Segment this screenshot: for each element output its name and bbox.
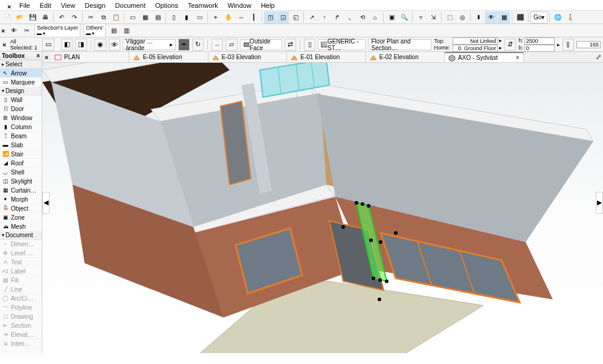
eye-tool-icon[interactable]: 👁 [8, 25, 20, 37]
menu-teamwork[interactable]: Teamwork [183, 1, 223, 10]
tab-e02[interactable]: E-02 Elevation [366, 52, 445, 62]
tab-e03[interactable]: E-03 Elevation [208, 52, 287, 62]
layers-icon[interactable]: ▣ [385, 11, 398, 24]
layer-field[interactable]: Väggar …ärande ▸ [123, 39, 176, 50]
group-select[interactable]: ▸Select [0, 60, 42, 69]
transparency-icon[interactable]: ▤ [108, 25, 120, 37]
floorplan-field[interactable]: Floor Plan and Section… [368, 39, 431, 50]
target-icon[interactable]: ◎ [456, 11, 468, 24]
menu-options[interactable]: Options [150, 1, 183, 10]
person-icon[interactable]: 🚶 [564, 11, 576, 24]
b-field[interactable] [524, 45, 555, 52]
view-rotate-right-icon[interactable]: ▶ [596, 192, 603, 214]
tool-fill[interactable]: ▨Fill [0, 276, 42, 285]
menu-help[interactable]: Help [256, 1, 280, 10]
eye-icon[interactable]: 👁 [485, 11, 497, 24]
tool-dimension[interactable]: ↔Dimen… [0, 240, 42, 249]
new-icon[interactable]: 📄 [1, 11, 13, 24]
tool-roof[interactable]: ◢Roof [0, 159, 42, 168]
ref-a-icon[interactable]: ⏤ [211, 39, 223, 51]
thickness-field[interactable] [576, 41, 601, 48]
eye2-icon[interactable]: 👁 [109, 39, 120, 51]
others-layer-selector[interactable]: Others' ▬ ▾ [83, 24, 106, 37]
link-icon[interactable]: ⬍ [472, 11, 485, 24]
hand-icon[interactable]: ✋ [222, 11, 234, 24]
tool-polyline[interactable]: 〰Polyline [0, 303, 42, 312]
view-rotate-left-icon[interactable]: ◀ [42, 192, 50, 214]
save-icon[interactable]: 💾 [27, 11, 39, 24]
flip-icon[interactable]: ⇄ [285, 39, 296, 51]
tool-label[interactable]: A1Label [0, 267, 42, 276]
cut-icon[interactable]: ✂ [85, 11, 97, 24]
filter-icon[interactable]: ▿ [414, 11, 427, 24]
tool-arc[interactable]: ◯Arc/Ci… [0, 294, 42, 303]
tool-elevation[interactable]: ⇥Elevat… [0, 330, 42, 339]
tool-interior[interactable]: ⇲Interi… [0, 339, 42, 348]
bullseye-icon[interactable]: ◉ [94, 39, 106, 51]
wall-tool-btn[interactable]: ▭ [42, 39, 54, 51]
ruler-icon[interactable]: ↔ [235, 11, 247, 24]
shading-icon[interactable]: ▥ [120, 25, 132, 37]
tool-wall[interactable]: ▯Wall [0, 95, 42, 104]
3d-viewport[interactable]: ◀ ▶ [42, 52, 603, 353]
toolbox-close-icon[interactable]: × [36, 53, 40, 59]
tool-line[interactable]: ╱Line [0, 285, 42, 294]
rotate-cw-icon[interactable]: ↻ [192, 39, 204, 51]
copy-icon[interactable]: ⧉ [97, 11, 109, 24]
tool-drawing[interactable]: ▢Drawing [0, 312, 42, 321]
arrow-ne-icon[interactable]: ↗ [306, 11, 318, 24]
arc-icon[interactable]: ◟ [344, 11, 356, 24]
home-step-icon[interactable]: ▸ [499, 45, 502, 51]
wall-toggle-icon[interactable]: ▦ [498, 11, 510, 24]
tool-window[interactable]: ⊞Window [0, 113, 42, 123]
snap-a-icon[interactable]: ◳ [264, 11, 276, 24]
menu-view[interactable]: View [56, 1, 80, 10]
scissors-icon[interactable]: ✂ [21, 25, 33, 37]
tool-mesh[interactable]: ⛰Mesh [0, 222, 42, 231]
tool-text[interactable]: AText [0, 258, 42, 267]
globe-icon[interactable]: 🌐 [552, 11, 564, 24]
tool-curtain[interactable]: ▦Curtain… [0, 186, 42, 195]
brush-icon[interactable]: ▦ [139, 11, 151, 24]
layer-cube-icon[interactable]: ◧ [61, 39, 73, 51]
group-document[interactable]: ▾Document [0, 231, 42, 240]
tool-shell[interactable]: ◡Shell [0, 168, 42, 177]
menu-window[interactable]: Window [223, 1, 256, 10]
paste-icon[interactable]: 📋 [110, 11, 122, 24]
elevation-icon[interactable] [563, 39, 574, 51]
tabs-expand-icon[interactable]: ⤢ [595, 52, 603, 62]
tabs-close-icon[interactable]: × [42, 52, 51, 62]
arrow-curve-icon[interactable]: ↱ [331, 11, 343, 24]
h-field[interactable] [524, 37, 555, 45]
layer-stack-icon[interactable]: ◨ [75, 39, 86, 51]
redo-icon[interactable]: ↷ [68, 11, 80, 24]
tool-zone[interactable]: ▣Zone [0, 213, 42, 222]
menu-document[interactable]: Document [111, 1, 150, 10]
row2-close-icon[interactable]: × [1, 27, 7, 34]
tool-beam[interactable]: ⌶Beam [0, 132, 42, 141]
arrow-up-icon[interactable]: ↑ [318, 11, 331, 24]
go-dropdown[interactable]: Go ▾ [530, 11, 547, 24]
undo-icon[interactable]: ↶ [56, 11, 68, 24]
tool-section[interactable]: ⇤Section [0, 321, 42, 330]
plot-icon[interactable]: 🖶 [39, 11, 51, 24]
tool-slab[interactable]: ▬Slab [0, 141, 42, 150]
rect-tool-icon[interactable]: ▭ [126, 11, 138, 24]
solid-line-icon[interactable]: ━ [178, 39, 190, 51]
snap-b-icon[interactable]: ◲ [277, 11, 289, 24]
ref-b-icon[interactable]: ⏥ [225, 39, 237, 51]
tool-skylight[interactable]: ◫Skylight [0, 177, 42, 186]
rotate-icon[interactable]: ⟲ [356, 11, 369, 24]
tool-column[interactable]: ▮Column [0, 123, 42, 132]
vertical-icon[interactable]: ┃ [248, 11, 260, 24]
grid-a-icon[interactable]: ▯ [168, 11, 180, 24]
tool-level[interactable]: ⊕Level … [0, 249, 42, 258]
snap-c-icon[interactable]: ◱ [289, 11, 302, 24]
tool-morph[interactable]: ✦Morph [0, 195, 42, 204]
menu-design[interactable]: Design [80, 1, 110, 10]
home-link-field[interactable] [453, 45, 498, 52]
menu-file[interactable]: File [15, 1, 35, 10]
tool-arrow[interactable]: ↖Arrow [0, 69, 42, 78]
tab-e05[interactable]: E-05 Elevation [129, 52, 208, 62]
top-step-icon[interactable]: ▸ [499, 37, 502, 44]
